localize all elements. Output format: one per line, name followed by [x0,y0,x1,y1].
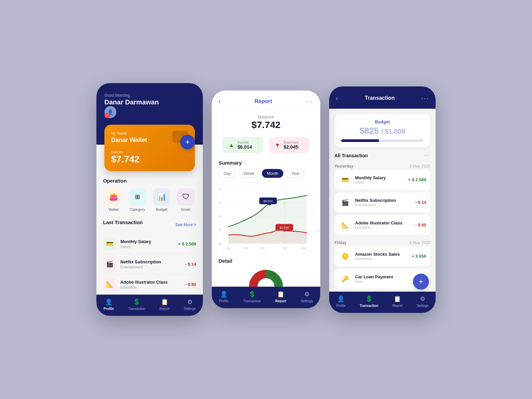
tx-list-adobe[interactable]: 📐 Adobe Illustrator Class Education - $ … [334,215,430,235]
tx-nav-transaction[interactable]: 💲 Transaction [360,295,378,308]
tx-amount-netflix-sub: - $ 14 [415,200,426,205]
tx-cat-salary: Salary [120,245,178,249]
report-nav-transaction[interactable]: 💲 Transaction [243,290,261,303]
tx-item-adobe[interactable]: 📐 Adobe Illustrator Class Education - $ … [103,274,196,295]
tx-item-monthly-salary[interactable]: 💳 Monthly Salary Salary + $ 2.589 [103,234,196,254]
nav-transaction-label: Transaction [128,307,145,311]
tx-list-yesterday: 💳 Monthly Salary Salary + $ 2.589 🎬 Netf… [329,170,436,238]
tab-week[interactable]: Week [239,169,259,178]
report-back-btn[interactable]: ‹ [218,97,221,105]
op-goals[interactable]: 🛡 Goals [176,188,197,211]
op-wallet[interactable]: 👛 Wallet [103,188,124,211]
svg-text:$2.000: $2.000 [218,229,221,232]
tx-nav-profile[interactable]: 👤 Profile [336,295,345,308]
op-budget[interactable]: 📊 Budget [151,188,172,211]
report-balance-section: Balance $7.742 [212,109,320,134]
tx-nav-settings-label: Settings [417,304,429,308]
report-nav-report[interactable]: 📋 Report [275,290,286,303]
category-op-icon: ⊞ [129,188,146,205]
group-day-yesterday: Yesterday [334,164,353,169]
tx-name-car-loan: Car Loan Payment [355,274,418,279]
tx-nav-settings[interactable]: ⚙ Settings [417,295,429,308]
tx-icon-netflix-sub: 🎬 [338,196,352,209]
tx-cat-netflix-sub: Entertainment [355,203,415,207]
nav-profile[interactable]: 👤 Profile [103,298,114,311]
settings-icon: ⚙ [186,298,194,306]
tx-cat-adobe: Education [120,285,185,289]
balance-amount: $7.742 [111,154,188,165]
budget-separator: / [381,128,385,135]
tx-amount-amazon: + $ 856 [412,254,426,259]
tx-nav-report[interactable]: 📋 Report [392,295,402,308]
tx-list-netflix[interactable]: 🎬 Netflix Subscription Entertainment - $… [334,193,430,212]
chart-area: $8.000 $6.000 $4.000 $2.000 $0 $6.014 [218,183,314,250]
expense-card: ▼ Expenses $2.045 [269,137,309,153]
income-amount: $6.014 [237,144,252,150]
tx-nav-transaction-label: Transaction [360,304,378,308]
budget-current: $825 [359,126,379,136]
tab-year[interactable]: Year [286,169,304,178]
budget-progress-bar [341,139,424,142]
tx-item-netflix[interactable]: 🎬 Netflix Subscription Entertainment - $… [103,254,196,274]
all-tx-header: All Transaction ··· [329,150,436,161]
report-nav-settings[interactable]: ⚙ Settings [301,290,313,303]
tx-icon-car-loan: 🔑 [338,272,352,286]
svg-text:$6.014: $6.014 [263,200,273,203]
nav-report[interactable]: 📋 Report [160,298,170,311]
r-settings-icon: ⚙ [303,290,311,298]
tx-name-netflix: Netflix Subscription [120,259,185,264]
fab-add-button[interactable]: + [413,274,429,290]
nav-report-label: Report [160,307,170,311]
svg-text:$4.000: $4.000 [218,215,221,218]
nav-settings[interactable]: ⚙ Settings [184,298,196,311]
nav-transaction[interactable]: 💲 Transaction [128,298,145,311]
tx-back-btn[interactable]: ‹ [336,94,338,102]
tx-info-netflix: Netflix Subscription Entertainment [120,259,185,269]
see-more-link[interactable]: See More > [176,222,196,227]
report-header: ‹ Report ··· [212,91,320,109]
group-date-yesterday: 9 May 2020 [409,164,430,169]
transaction-header: ‹ Transaction ··· [329,86,436,109]
tx-amount-salary: + $ 2.589 [178,241,196,246]
budget-op-icon: 📊 [153,188,170,205]
svg-text:Apr: Apr [282,246,287,250]
summary-title: Summary [218,160,314,166]
report-nav-profile[interactable]: 👤 Profile [219,290,229,303]
tx-cat-car-loan: Loan [355,280,418,283]
budget-amounts: $825 / $1.800 [341,126,424,136]
goals-op-label: Goals [181,207,191,211]
tx-list-amazon[interactable]: 🪙 Amazon Stocks Sales Investment + $ 856 [334,246,430,266]
tx-info-monthly-salary: Monthly Salary Salary [355,175,408,184]
last-tx-title: Last Transaction [103,219,143,225]
income-card: ▲ Income $6.014 [222,137,263,153]
all-tx-title: All Transaction [334,153,368,158]
svg-text:$6.000: $6.000 [218,201,221,204]
tx-icon-adobe-class: 📐 [338,218,352,232]
donut-svg [246,266,286,287]
tx-info-adobe-class: Adobe Illustrator Class Education [355,220,415,229]
all-tx-menu[interactable]: ··· [424,153,430,159]
tx-icon-amazon: 🪙 [338,250,352,263]
report-menu-btn[interactable]: ··· [306,97,314,105]
chart-svg: $8.000 $6.000 $4.000 $2.000 $0 $6.014 [218,183,314,250]
tx-menu-btn[interactable]: ··· [421,94,429,102]
tab-day[interactable]: Day [218,169,236,178]
tx-amount-netflix: - $ 14 [185,262,196,267]
tab-month[interactable]: Month [262,169,284,178]
tx-name-adobe-class: Adobe Illustrator Class [355,220,415,225]
tx-list-monthly-salary[interactable]: 💳 Monthly Salary Salary + $ 2.589 [334,170,430,190]
add-button[interactable]: + [180,135,195,149]
expense-amount: $2.045 [284,144,299,150]
budget-op-label: Budget [156,207,168,211]
budget-total: $1.800 [385,128,405,135]
notification-badge: 4 [104,113,110,118]
tx-bottom-nav: 👤 Profile 💲 Transaction 📋 Report ⚙ Setti… [329,292,436,313]
tx-icon-netflix: 🎬 [103,257,116,271]
report-bottom-nav: 👤 Profile 💲 Transaction 📋 Report ⚙ Setti… [212,287,320,308]
op-category[interactable]: ⊞ Category [127,188,148,211]
wallet-op-label: Wallet [108,207,118,211]
greeting-small: Good Morning, [104,93,195,98]
wallet-op-icon: 👛 [105,188,122,205]
tx-transaction-icon: 💲 [365,295,373,303]
profile-icon: 👤 [105,298,113,306]
